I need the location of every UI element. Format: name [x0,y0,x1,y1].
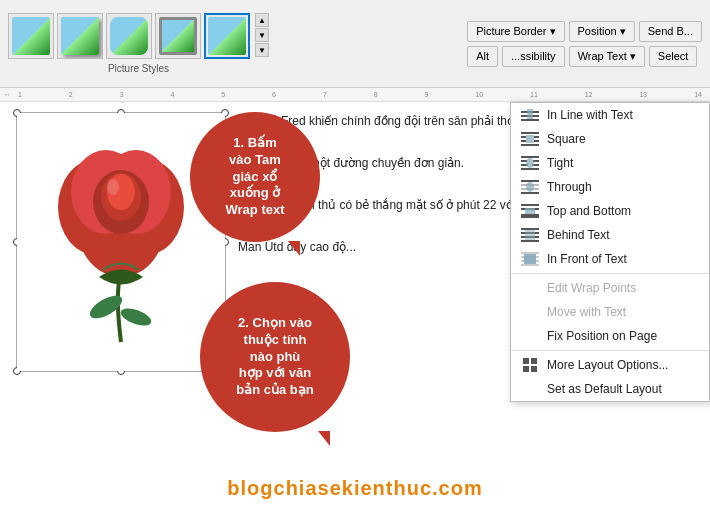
svg-rect-13 [521,119,539,121]
main-content: ↺ [0,102,710,510]
editwrap-icon [521,281,539,295]
morelayout-icon [521,358,539,372]
svg-rect-20 [521,144,539,146]
style-thumb-3[interactable] [106,13,152,59]
svg-rect-52 [531,366,537,372]
menu-label-inline: In Line with Text [547,108,633,122]
menu-item-tight[interactable]: Tight [511,151,709,175]
svg-rect-47 [521,264,539,266]
toolbar-right: Picture Border ▾ Position ▾ Send B... Al… [467,21,702,67]
watermark: blogchiasekienthuc.com [0,477,710,500]
top-btn-row: Picture Border ▾ Position ▾ Send B... [467,21,702,42]
callout-2-text: 2. Chọn vào thuộc tính nào phù hợp với v… [236,315,313,399]
select-button[interactable]: Select [649,46,698,67]
scroll-arrows: ▲ ▼ ▼ [255,13,269,59]
style-thumb-4[interactable] [155,13,201,59]
callout-1-text: 1. Bấm vào Tam giác xổ xuống ở Wrap text [226,135,285,219]
menu-label-morelayout: More Layout Options... [547,358,668,372]
menu-item-topbottom[interactable]: Top and Bottom [511,199,709,223]
svg-rect-43 [525,230,535,240]
movewith-icon [521,305,539,319]
menu-item-square[interactable]: Square [511,127,709,151]
wrap-text-button[interactable]: Wrap Text ▾ [569,46,645,67]
menu-item-through[interactable]: Through [511,175,709,199]
svg-point-1 [119,305,154,329]
svg-rect-17 [534,136,539,138]
position-label: Position ▾ [578,25,626,38]
behind-icon [521,228,539,242]
menu-item-inline[interactable]: In Line with Text [511,103,709,127]
menu-label-through: Through [547,180,592,194]
style-thumb-5[interactable] [204,13,250,59]
accessibility-button[interactable]: ...ssibility [502,46,565,67]
menu-item-setdefault[interactable]: Set as Default Layout [511,377,709,401]
send-back-button[interactable]: Send B... [639,21,702,42]
svg-rect-42 [521,240,539,242]
svg-rect-24 [533,160,539,162]
svg-point-33 [526,182,534,192]
menu-item-behind[interactable]: Behind Text [511,223,709,247]
style-thumb-1[interactable] [8,13,54,59]
svg-rect-16 [521,136,526,138]
picture-styles-section: ▲ ▼ ▼ Picture Styles [8,13,269,74]
svg-rect-36 [521,214,539,216]
fixposition-icon [521,329,539,343]
svg-rect-51 [523,366,529,372]
svg-rect-22 [521,156,539,158]
setdefault-icon [521,382,539,396]
toolbar: ▲ ▼ ▼ Picture Styles Picture Border ▾ Po… [0,0,710,88]
inline-text-icon [521,108,539,122]
infront-icon [521,252,539,266]
style-thumb-2[interactable] [57,13,103,59]
svg-rect-14 [527,109,533,119]
ruler-ticks: 123 456 789 101112 1314 [14,91,706,98]
svg-rect-50 [531,358,537,364]
scroll-up-arrow[interactable]: ▲ [255,13,269,27]
wrap-text-label: Wrap Text ▾ [578,50,636,63]
svg-rect-38 [525,208,535,214]
menu-item-infront[interactable]: In Front of Text [511,247,709,271]
svg-rect-44 [521,252,539,254]
rose-svg [31,122,211,362]
svg-rect-32 [521,192,539,194]
ruler-start: ↔ [4,91,14,98]
menu-label-editwrap: Edit Wrap Points [547,281,636,295]
ruler: ↔ 123 456 789 101112 1314 [0,88,710,102]
svg-rect-19 [534,140,539,142]
ruler-content: ↔ 123 456 789 101112 1314 [4,91,706,98]
menu-label-tight: Tight [547,156,573,170]
menu-label-fixposition: Fix Position on Page [547,329,657,343]
wrap-text-dropdown: In Line with Text Square Tight Through T… [510,102,710,402]
picture-border-button[interactable]: Picture Border ▾ [467,21,564,42]
menu-divider-1 [511,273,709,274]
menu-label-square: Square [547,132,586,146]
scroll-down-arrow[interactable]: ▼ [255,28,269,42]
menu-item-morelayout[interactable]: More Layout Options... [511,353,709,377]
topbottom-icon [521,204,539,218]
style-thumbnails: ▲ ▼ ▼ [8,13,269,59]
svg-rect-37 [521,216,539,218]
position-button[interactable]: Position ▾ [569,21,635,42]
menu-label-topbottom: Top and Bottom [547,204,631,218]
menu-label-movewith: Move with Text [547,305,626,319]
svg-rect-34 [521,204,539,206]
svg-rect-29 [521,180,539,182]
square-icon [521,132,539,146]
svg-rect-23 [521,160,527,162]
svg-rect-39 [521,228,539,230]
svg-point-10 [107,179,119,195]
bottom-btn-row: Alt ...ssibility Wrap Text ▾ Select [467,46,702,67]
tight-icon [521,156,539,170]
alt-button[interactable]: Alt [467,46,498,67]
svg-rect-48 [524,254,536,264]
callout-2: 2. Chọn vào thuộc tính nào phù hợp với v… [200,282,350,432]
svg-rect-18 [521,140,526,142]
menu-item-fixposition[interactable]: Fix Position on Page [511,324,709,348]
menu-label-infront: In Front of Text [547,252,627,266]
menu-label-setdefault: Set as Default Layout [547,382,662,396]
menu-divider-2 [511,350,709,351]
svg-point-28 [526,158,534,168]
scroll-expand-arrow[interactable]: ▼ [255,43,269,57]
svg-rect-27 [521,168,539,170]
menu-label-behind: Behind Text [547,228,610,242]
